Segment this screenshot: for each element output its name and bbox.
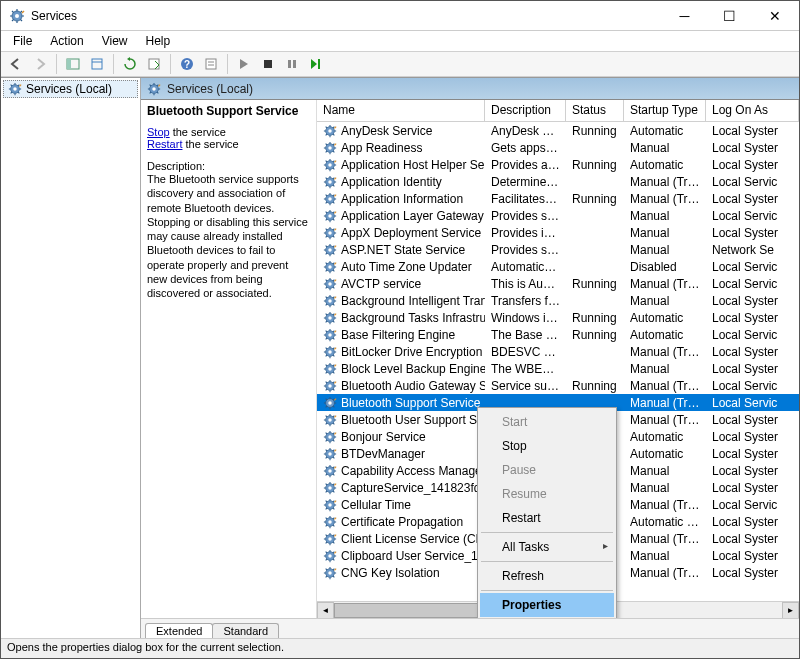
table-row[interactable]: Bluetooth Audio Gateway Se...Service sup… <box>317 377 799 394</box>
cell-startup: Manual <box>624 209 706 223</box>
cell-status: Running <box>566 158 624 172</box>
description-label: Description: <box>147 160 310 172</box>
col-name[interactable]: Name <box>317 100 485 121</box>
scroll-left-button[interactable]: ◄ <box>317 602 334 619</box>
help-button[interactable]: ? <box>176 53 198 75</box>
table-row[interactable]: Auto Time Zone UpdaterAutomaticall...Dis… <box>317 258 799 275</box>
stop-service-link[interactable]: Stop <box>147 126 170 138</box>
maximize-button[interactable]: ☐ <box>707 2 752 30</box>
col-description[interactable]: Description <box>485 100 566 121</box>
cell-name: Base Filtering Engine <box>341 328 455 342</box>
restart-service-button[interactable] <box>305 53 327 75</box>
ctx-pause[interactable]: Pause <box>480 458 614 482</box>
table-row[interactable]: BitLocker Drive Encryption S...BDESVC ho… <box>317 343 799 360</box>
gear-icon <box>323 566 337 580</box>
start-service-button[interactable] <box>233 53 255 75</box>
gear-icon <box>323 430 337 444</box>
cell-name: Client License Service (ClipSV <box>341 532 485 546</box>
cell-logon: Local Syster <box>706 192 799 206</box>
ctx-resume[interactable]: Resume <box>480 482 614 506</box>
tab-standard[interactable]: Standard <box>212 623 279 638</box>
table-row[interactable]: ASP.NET State ServiceProvides sup...Manu… <box>317 241 799 258</box>
services-window: Services ─ ☐ ✕ File Action View Help ? S… <box>0 0 800 659</box>
gear-icon <box>323 141 337 155</box>
ctx-all-tasks[interactable]: All Tasks <box>480 535 614 559</box>
ctx-refresh[interactable]: Refresh <box>480 564 614 588</box>
show-hide-tree-button[interactable] <box>62 53 84 75</box>
ctx-stop[interactable]: Stop <box>480 434 614 458</box>
refresh-button[interactable] <box>119 53 141 75</box>
toolbar: ? <box>1 51 799 77</box>
pause-service-button[interactable] <box>281 53 303 75</box>
menu-action[interactable]: Action <box>42 32 91 50</box>
svg-rect-22 <box>293 60 296 68</box>
tree-node-label: Services (Local) <box>26 82 112 96</box>
table-row[interactable]: Background Tasks Infrastruc...Windows in… <box>317 309 799 326</box>
cell-name: Cellular Time <box>341 498 411 512</box>
export-button[interactable] <box>86 53 108 75</box>
table-row[interactable]: Base Filtering EngineThe Base Filt...Run… <box>317 326 799 343</box>
minimize-button[interactable]: ─ <box>662 2 707 30</box>
table-row[interactable]: Application Host Helper Serv...Provides … <box>317 156 799 173</box>
close-button[interactable]: ✕ <box>752 2 797 30</box>
scroll-right-button[interactable]: ► <box>782 602 799 619</box>
col-startup[interactable]: Startup Type <box>624 100 706 121</box>
cell-startup: Manual (Trigg... <box>624 396 706 410</box>
titlebar: Services ─ ☐ ✕ <box>1 1 799 31</box>
table-row[interactable]: Application InformationFacilitates th...… <box>317 190 799 207</box>
menu-file[interactable]: File <box>5 32 40 50</box>
cell-startup: Automatic <box>624 311 706 325</box>
table-row[interactable]: AVCTP serviceThis is Audio...RunningManu… <box>317 275 799 292</box>
cell-startup: Automatic <box>624 328 706 342</box>
table-row[interactable]: AnyDesk ServiceAnyDesk su...RunningAutom… <box>317 122 799 139</box>
description-text: The Bluetooth service supports discovery… <box>147 172 310 301</box>
back-button[interactable] <box>5 53 27 75</box>
cell-desc: Gets apps re... <box>485 141 566 155</box>
col-logon[interactable]: Log On As <box>706 100 799 121</box>
cell-startup: Manual <box>624 549 706 563</box>
tab-extended[interactable]: Extended <box>145 623 213 638</box>
cell-logon: Local Syster <box>706 464 799 478</box>
table-row[interactable]: Block Level Backup Engine S...The WBENGI… <box>317 360 799 377</box>
ctx-properties[interactable]: Properties <box>480 593 614 617</box>
table-row[interactable]: AppX Deployment Service (A...Provides in… <box>317 224 799 241</box>
table-row[interactable]: Application Layer Gateway S...Provides s… <box>317 207 799 224</box>
gear-icon <box>323 328 337 342</box>
col-status[interactable]: Status <box>566 100 624 121</box>
cell-logon: Local Syster <box>706 481 799 495</box>
cell-startup: Manual (Trigg... <box>624 498 706 512</box>
cell-desc: The WBENGI... <box>485 362 566 376</box>
table-row[interactable]: Application IdentityDetermines ...Manual… <box>317 173 799 190</box>
cell-startup: Manual (Trigg... <box>624 175 706 189</box>
cell-logon: Local Servic <box>706 396 799 410</box>
properties-button[interactable] <box>200 53 222 75</box>
gear-icon <box>323 379 337 393</box>
stop-service-button[interactable] <box>257 53 279 75</box>
cell-status: Running <box>566 124 624 138</box>
tree-pane: Services (Local) <box>1 78 141 638</box>
cell-logon: Local Servic <box>706 328 799 342</box>
cell-logon: Local Syster <box>706 141 799 155</box>
cell-desc: This is Audio... <box>485 277 566 291</box>
cell-logon: Local Servic <box>706 379 799 393</box>
ctx-start[interactable]: Start <box>480 410 614 434</box>
tree-node-services-local[interactable]: Services (Local) <box>3 80 138 98</box>
cell-name: CNG Key Isolation <box>341 566 440 580</box>
table-row[interactable]: Background Intelligent Tran...Transfers … <box>317 292 799 309</box>
cell-name: BitLocker Drive Encryption S... <box>341 345 485 359</box>
table-row[interactable]: App ReadinessGets apps re...ManualLocal … <box>317 139 799 156</box>
cell-startup: Manual (Trigg... <box>624 413 706 427</box>
restart-service-link[interactable]: Restart <box>147 138 182 150</box>
cell-logon: Local Syster <box>706 362 799 376</box>
menu-help[interactable]: Help <box>138 32 179 50</box>
cell-logon: Local Syster <box>706 158 799 172</box>
cell-desc: Provides sup... <box>485 209 566 223</box>
menu-view[interactable]: View <box>94 32 136 50</box>
export-list-button[interactable] <box>143 53 165 75</box>
window-title: Services <box>31 9 662 23</box>
ctx-restart[interactable]: Restart <box>480 506 614 530</box>
cell-name: Application Layer Gateway S... <box>341 209 485 223</box>
gear-icon <box>323 532 337 546</box>
forward-button[interactable] <box>29 53 51 75</box>
gear-icon <box>323 345 337 359</box>
